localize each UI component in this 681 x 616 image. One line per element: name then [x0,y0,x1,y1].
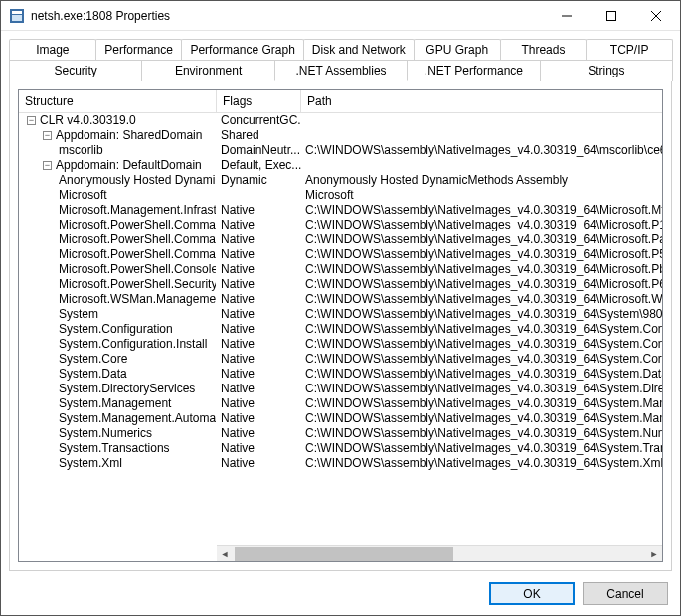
cell-flags: Native [217,203,301,218]
cell-flags: Native [217,262,301,277]
tree-row[interactable]: Anonymously Hosted Dynamic...DynamicAnon… [19,173,662,188]
horizontal-scrollbar[interactable]: ◄ ► [217,545,662,561]
tree-label: Anonymously Hosted Dynamic... [59,173,217,187]
tree-row[interactable]: SystemNativeC:\WINDOWS\assembly\NativeIm… [19,307,662,322]
tree-row[interactable]: System.Configuration.InstallNativeC:\WIN… [19,337,662,352]
tree-toggle-icon[interactable]: − [43,161,52,170]
tree-row[interactable]: Microsoft.WSMan.ManagementNativeC:\WINDO… [19,292,662,307]
scroll-left-icon[interactable]: ◄ [217,546,233,562]
cell-path: C:\WINDOWS\assembly\NativeImages_v4.0.30… [301,247,662,262]
tab-gpu-graph[interactable]: GPU Graph [414,39,501,60]
tab-security[interactable]: Security [9,60,142,81]
cell-flags [217,188,301,203]
cancel-button[interactable]: Cancel [583,582,668,605]
tab-performance-graph[interactable]: Performance Graph [181,39,303,60]
cell-flags: Native [217,382,301,396]
tab-environment[interactable]: Environment [141,60,274,81]
tree-row[interactable]: Microsoft.PowerShell.Comman...NativeC:\W… [19,232,662,247]
listview-body[interactable]: −CLR v4.0.30319.0ConcurrentGC...−Appdoma… [19,113,662,561]
tree-row[interactable]: System.XmlNativeC:\WINDOWS\assembly\Nati… [19,456,662,471]
tab-threads[interactable]: Threads [500,39,588,60]
scroll-right-icon[interactable]: ► [646,546,662,562]
tree-label: System.Numerics [59,426,152,440]
tab-performance[interactable]: Performance [95,39,183,60]
cell-path: C:\WINDOWS\assembly\NativeImages_v4.0.30… [301,456,662,471]
tree-row[interactable]: System.TransactionsNativeC:\WINDOWS\asse… [19,441,662,456]
tree-label: Microsoft.Management.Infrastr... [59,203,217,217]
cell-flags: Shared [217,128,301,143]
tree-row[interactable]: MicrosoftMicrosoft [19,188,662,203]
col-path[interactable]: Path [301,90,662,112]
tree-row[interactable]: Microsoft.Management.Infrastr...NativeC:… [19,203,662,218]
tree-label: Microsoft.PowerShell.Comman... [59,232,217,246]
titlebar[interactable]: netsh.exe:1808 Properties [1,1,680,31]
tab--net-assemblies[interactable]: .NET Assemblies [274,60,408,81]
tree-row[interactable]: mscorlibDomainNeutr...C:\WINDOWS\assembl… [19,143,662,158]
tree-label: System.Xml [59,456,122,470]
tree-label: System.Data [59,367,127,381]
cell-flags: Dynamic [217,173,301,188]
assemblies-listview[interactable]: Structure Flags Path −CLR v4.0.30319.0Co… [18,89,663,562]
cell-path: C:\WINDOWS\assembly\NativeImages_v4.0.30… [301,203,662,218]
cell-flags: Native [217,322,301,337]
cell-flags: Native [217,292,301,307]
tree-label: Microsoft.PowerShell.Comman... [59,247,217,261]
tree-row[interactable]: System.Management.Automati...NativeC:\WI… [19,411,662,426]
tab--net-performance[interactable]: .NET Performance [407,60,540,81]
maximize-button[interactable] [589,1,633,30]
cell-flags: Native [217,367,301,382]
tree-row[interactable]: −CLR v4.0.30319.0ConcurrentGC... [19,113,662,128]
tree-label: CLR v4.0.30319.0 [40,113,136,127]
cell-path [301,128,662,143]
tree-row[interactable]: System.ConfigurationNativeC:\WINDOWS\ass… [19,322,662,337]
cell-flags: Native [217,426,301,441]
col-structure[interactable]: Structure [19,90,217,112]
dialog-buttons: OK Cancel [1,572,680,615]
tab-strip: ImagePerformancePerformance GraphDisk an… [1,31,680,81]
cell-path: C:\WINDOWS\assembly\NativeImages_v4.0.30… [301,382,662,396]
cell-flags: ConcurrentGC... [217,113,301,128]
tree-row[interactable]: System.DirectoryServicesNativeC:\WINDOWS… [19,382,662,396]
properties-window: netsh.exe:1808 Properties ImagePerforman… [0,0,681,616]
minimize-button[interactable] [544,1,589,30]
tree-toggle-icon[interactable]: − [27,116,36,125]
tab-disk-and-network[interactable]: Disk and Network [303,39,415,60]
tree-label: Microsoft [59,188,107,202]
close-button[interactable] [633,1,678,30]
tree-label: Microsoft.PowerShell.Console... [59,262,217,276]
scroll-thumb[interactable] [235,547,453,561]
tree-toggle-icon[interactable]: − [43,131,52,140]
cell-flags: Native [217,456,301,471]
col-flags[interactable]: Flags [217,90,301,112]
tree-row[interactable]: Microsoft.PowerShell.Comman...NativeC:\W… [19,247,662,262]
tree-row[interactable]: Microsoft.PowerShell.Console...NativeC:\… [19,262,662,277]
cell-flags: DomainNeutr... [217,143,301,158]
tree-row[interactable]: −Appdomain: DefaultDomainDefault, Exec..… [19,158,662,173]
tree-row[interactable]: −Appdomain: SharedDomainShared [19,128,662,143]
cell-flags: Native [217,337,301,352]
svg-rect-1 [12,11,22,14]
tree-label: Appdomain: SharedDomain [56,128,202,142]
cell-path: C:\WINDOWS\assembly\NativeImages_v4.0.30… [301,352,662,367]
ok-button[interactable]: OK [489,582,575,605]
tab-image[interactable]: Image [9,39,96,60]
tree-row[interactable]: Microsoft.PowerShell.SecurityNativeC:\WI… [19,277,662,292]
tree-row[interactable]: System.NumericsNativeC:\WINDOWS\assembly… [19,426,662,441]
tree-row[interactable]: System.CoreNativeC:\WINDOWS\assembly\Nat… [19,352,662,367]
tree-label: Microsoft.PowerShell.Comman... [59,218,217,231]
cell-flags: Native [217,396,301,411]
cell-flags: Native [217,352,301,367]
cell-path: C:\WINDOWS\assembly\NativeImages_v4.0.30… [301,232,662,247]
tree-label: System.Core [59,352,127,366]
tab-tcp-ip[interactable]: TCP/IP [586,39,673,60]
cell-path: C:\WINDOWS\assembly\NativeImages_v4.0.30… [301,218,662,232]
cell-path: C:\WINDOWS\assembly\NativeImages_v4.0.30… [301,307,662,322]
tree-label: mscorlib [59,143,103,157]
tree-row[interactable]: System.ManagementNativeC:\WINDOWS\assemb… [19,396,662,411]
app-icon [9,8,25,24]
tree-label: System.Management [59,396,171,410]
tree-row[interactable]: Microsoft.PowerShell.Comman...NativeC:\W… [19,218,662,232]
tab-strings[interactable]: Strings [540,60,673,81]
tree-row[interactable]: System.DataNativeC:\WINDOWS\assembly\Nat… [19,367,662,382]
cell-path: C:\WINDOWS\assembly\NativeImages_v4.0.30… [301,367,662,382]
